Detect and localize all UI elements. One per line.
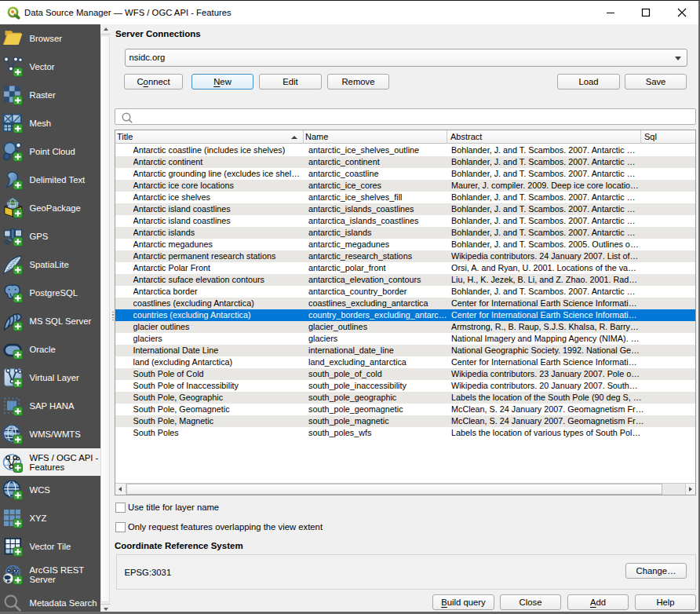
wfs-globe-icon [2,452,23,473]
table-row[interactable]: Antarctic island coastlinesantarctic_isl… [115,203,695,215]
sidebar-item-metadata-search[interactable]: Metadata Search [0,589,100,614]
cell-name: antarctic_ice_shelves_fill [308,192,450,203]
scroll-right-icon[interactable] [685,484,695,495]
sidebar-item-mesh[interactable]: Mesh [0,109,100,137]
load-button[interactable]: Load [557,74,620,90]
table-row[interactable]: land (excluding Antarctica)land_excludin… [115,356,695,368]
table-scrollbar-track[interactable] [662,484,685,495]
table-row[interactable]: Antarctica borderantarctica_country_bord… [115,286,695,298]
overlap-checkbox[interactable] [115,522,126,532]
table-row[interactable]: glacier outlinesglacier_outlinesArmstron… [115,321,695,333]
cell-title: Antarctic grounding line (excludes ice s… [133,168,306,180]
sidebar-item-wcs[interactable]: WCS [0,476,100,504]
scroll-down-icon[interactable] [100,604,111,614]
table-row[interactable]: Antarctic Polar Frontantarctic_polar_fro… [115,262,695,274]
cell-abstract: Bohlander, J. and T. Scambos. 2007. Anta… [451,144,645,156]
connection-combobox-value: nsidc.org [129,49,166,66]
close-button[interactable]: Close [500,594,561,610]
build-query-button[interactable]: Build query [432,594,494,610]
table-row[interactable]: South Polessouth_poles_wfsLabels the loc… [115,427,695,439]
sidebar-item-arcgis-rest-server[interactable]: ArcGIS REST Server [0,561,100,589]
use-title-checkbox[interactable] [115,503,126,513]
column-header-abstract[interactable]: Abstract [447,130,641,144]
sidebar-item-label: SAP HANA [30,401,75,411]
table-body: Antarctic coastline (includes ice shelve… [115,144,695,439]
crs-change-button[interactable]: Change… [625,563,687,579]
table-row[interactable]: Antarctic coastline (includes ice shelve… [115,144,695,156]
sidebar-item-geopackage[interactable]: GeoPackage [0,194,100,222]
table-row[interactable]: glaciersglaciersNational Imagery and Map… [115,333,695,345]
table-row[interactable]: Antarctic ice core locationsantarctic_ic… [115,180,695,192]
table-row[interactable]: Antarctic suface elevation contoursantar… [115,274,695,286]
sidebar-item-raster[interactable]: Raster [0,81,100,109]
metadata-search-icon [2,593,23,613]
table-row[interactable]: International Date Lineinternational_dat… [115,345,695,356]
new-button[interactable]: New [191,74,253,90]
table-row[interactable]: Antarctic ice shelvesantarctic_ice_shelv… [115,192,695,203]
table-scrollbar-thumb[interactable] [126,484,662,495]
table-row[interactable]: Antarctic island coastlinesantarctica_is… [115,215,695,227]
sidebar-item-label: ArcGIS REST Server [30,565,85,584]
sidebar-scrollbar-thumb[interactable] [100,35,110,602]
table-row[interactable]: Antarctic permanent research stationsant… [115,250,695,262]
sidebar-item-wfs-ogc-api-features[interactable]: WFS / OGC API - Features [0,448,100,476]
qgis-logo-icon [7,6,20,20]
save-button[interactable]: Save [625,74,687,90]
minimize-icon[interactable] [592,1,628,24]
close-icon[interactable] [664,1,699,24]
vector-icon [2,57,23,77]
cell-sql [646,333,695,345]
scroll-up-icon[interactable] [100,24,111,35]
table-row[interactable]: South Pole of Coldsouth_pole_of_coldWiki… [115,368,695,380]
table-row[interactable]: Antarctic islandsantarctic_islandsBohlan… [115,227,695,239]
add-button[interactable]: Add [567,594,629,610]
cell-sql [646,262,695,274]
add-badge-icon [13,124,23,133]
table-row[interactable]: South Pole, Geographicsouth_pole_geograp… [115,392,695,404]
cell-abstract: Wikipedia contributors. 20 January 2007.… [451,380,645,392]
column-header-title[interactable]: Title [115,130,304,144]
crs-frame: EPSG:3031 [116,554,696,590]
sidebar-item-point-cloud[interactable]: Point Cloud [0,137,100,166]
sidebar-item-postgresql[interactable]: PostgreSQL [0,279,100,307]
remove-button[interactable]: Remove [327,74,389,90]
sidebar-item-vector-tile[interactable]: Vector Tile [0,532,100,561]
sidebar-item-virtual-layer[interactable]: Virtual Layer [0,364,100,392]
table-horizontal-scrollbar[interactable] [115,483,695,495]
sidebar-item-ms-sql-server[interactable]: MS SQL Server [0,307,100,335]
add-badge-icon [13,322,23,331]
sidebar-item-delimited-text[interactable]: Delimited Text [0,166,100,194]
edit-button[interactable]: Edit [259,74,322,90]
sidebar-item-spatialite[interactable]: SpatiaLite [0,250,100,279]
sidebar-item-browser[interactable]: Browser [0,24,100,53]
sidebar-scrollbar[interactable] [100,24,111,614]
cell-name: south_pole_geographic [308,392,450,404]
sidebar-item-oracle[interactable]: Oracle [0,335,100,364]
sidebar-item-label: Oracle [30,345,56,354]
table-row[interactable]: coastlines (excluding Antarctica)coastli… [115,298,695,309]
help-button[interactable]: Help [635,594,696,610]
sidebar-item-sap-hana[interactable]: SAP HANA [0,392,100,420]
cell-title: Antarctic megadunes [133,239,306,250]
filter-input[interactable] [115,108,696,125]
table-row[interactable]: Antarctic continentantarctic_continentBo… [115,156,695,168]
sidebar-item-xyz[interactable]: XYZ [0,504,100,532]
column-header-name[interactable]: Name [304,130,447,144]
sidebar-item-gps[interactable]: GPS [0,222,100,250]
table-row[interactable]: Antarctic megadunesantarctic_megadunesBo… [115,239,695,250]
table-row[interactable]: countries (excluding Antarctica)country_… [115,309,695,321]
table-row[interactable]: South Pole of Inaccessibilitysouth_pole_… [115,380,695,392]
connection-combobox[interactable]: nsidc.org [125,49,687,67]
maximize-icon[interactable] [628,1,663,24]
table-row[interactable]: South Pole, Magneticsouth_pole_magneticM… [115,415,695,427]
column-header-sql[interactable]: Sql [641,130,695,144]
table-row[interactable]: Antarctic grounding line (excludes ice s… [115,168,695,180]
cell-abstract: National Imagery and Mapping Agency (NIM… [451,333,645,345]
table-row[interactable]: South Pole, Geomagneticsouth_pole_geomag… [115,404,695,415]
cell-abstract: Liu, H., K. Jezek, B. Li, and Z. Zhao. 2… [451,274,645,286]
scroll-left-icon[interactable] [115,484,126,495]
sidebar-item-label: Point Cloud [30,147,75,156]
connect-button[interactable]: Connect [124,74,183,90]
sidebar-item-vector[interactable]: Vector [0,53,100,81]
sidebar-item-wms-wmts[interactable]: WMS/WMTS [0,420,100,448]
